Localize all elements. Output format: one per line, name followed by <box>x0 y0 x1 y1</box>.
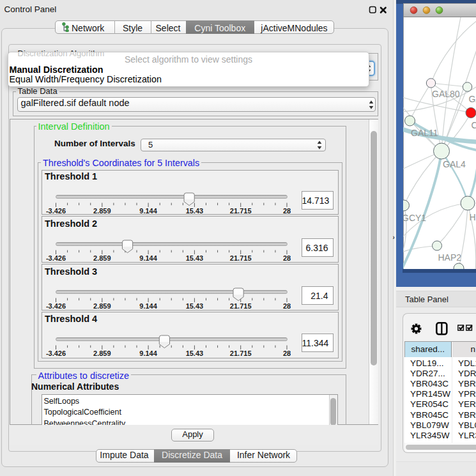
svg-text:28: 28 <box>282 349 290 357</box>
svg-text:28: 28 <box>282 254 290 261</box>
svg-text:GCY1: GCY1 <box>403 213 426 223</box>
svg-text:15.43: 15.43 <box>185 302 203 309</box>
svg-text:-3.426: -3.426 <box>45 302 65 309</box>
svg-text:-3.426: -3.426 <box>45 254 65 261</box>
svg-text:C: C <box>472 120 476 130</box>
svg-text:21.715: 21.715 <box>229 349 251 357</box>
svg-text:9.144: 9.144 <box>139 207 157 215</box>
svg-text:21.715: 21.715 <box>229 207 251 215</box>
svg-text:9.144: 9.144 <box>139 349 157 357</box>
svg-text:2.859: 2.859 <box>93 254 111 261</box>
svg-text:GAL80: GAL80 <box>432 89 460 99</box>
svg-text:2.859: 2.859 <box>93 207 111 215</box>
svg-text:9.144: 9.144 <box>139 302 157 309</box>
svg-text:28: 28 <box>282 302 290 309</box>
svg-text:28: 28 <box>282 207 290 215</box>
svg-text:2.859: 2.859 <box>93 349 111 357</box>
svg-text:GA: GA <box>469 94 476 104</box>
svg-text:15.43: 15.43 <box>185 254 203 261</box>
svg-text:HAP2: HAP2 <box>438 252 462 263</box>
svg-text:GAL11: GAL11 <box>411 128 438 138</box>
svg-text:GAL4: GAL4 <box>443 159 466 169</box>
svg-text:-3.426: -3.426 <box>45 349 65 357</box>
svg-text:-3.426: -3.426 <box>45 207 65 215</box>
svg-text:15.43: 15.43 <box>185 349 203 357</box>
svg-text:9.144: 9.144 <box>139 254 157 261</box>
svg-text:H: H <box>470 212 476 222</box>
svg-text:21.715: 21.715 <box>229 302 251 309</box>
svg-text:15.43: 15.43 <box>185 207 203 215</box>
svg-text:2.859: 2.859 <box>93 302 111 309</box>
svg-text:21.715: 21.715 <box>229 254 251 261</box>
